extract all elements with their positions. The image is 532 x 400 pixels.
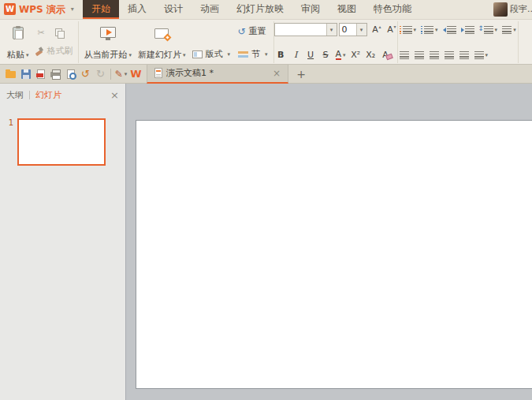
subscript-button[interactable]: X₂ xyxy=(364,48,378,62)
tab-design[interactable]: 设计 xyxy=(155,0,192,19)
columns-button[interactable] xyxy=(473,48,490,62)
layout-button[interactable]: 版式 xyxy=(189,47,234,61)
slide-page[interactable] xyxy=(136,120,532,389)
close-document-tab-icon[interactable]: × xyxy=(273,69,281,78)
justify-button[interactable] xyxy=(443,48,456,62)
bold-button[interactable]: B xyxy=(274,48,288,62)
titlebar-spacer xyxy=(420,0,493,19)
editing-canvas[interactable] xyxy=(126,84,532,400)
print-preview-icon xyxy=(67,69,75,79)
paragraph-group xyxy=(398,21,519,63)
italic-button[interactable]: I xyxy=(289,48,303,62)
slide-list: 1 xyxy=(0,106,125,166)
undo-icon: ↺ xyxy=(81,68,90,80)
decrease-indent-icon xyxy=(447,26,456,34)
clear-format-button[interactable]: A xyxy=(379,48,392,62)
wps-logo-icon[interactable]: W xyxy=(4,3,16,15)
font-size-caret-icon[interactable]: ▾ xyxy=(356,24,366,36)
tab-slideshow[interactable]: 幻灯片放映 xyxy=(228,0,292,19)
undo-button[interactable]: ↺ xyxy=(78,66,93,82)
from-current-slide-button[interactable]: 从当前开始 xyxy=(81,22,136,62)
tab-slides[interactable]: 幻灯片 xyxy=(35,89,61,101)
open-file-button[interactable] xyxy=(3,66,18,82)
reset-label: 重置 xyxy=(249,25,266,37)
decrease-font-size-button[interactable]: A xyxy=(384,23,397,36)
align-left-icon xyxy=(400,51,409,59)
line-spacing-button[interactable] xyxy=(478,23,500,36)
font-name-select[interactable]: ▾ xyxy=(274,23,337,36)
underline-button[interactable]: U xyxy=(304,48,318,62)
export-pdf-button[interactable] xyxy=(33,66,48,82)
wps-logo-letter: W xyxy=(6,5,14,13)
ink-annotation-button[interactable]: ✎ xyxy=(113,66,128,82)
section-button[interactable]: 节 xyxy=(235,47,271,61)
paste-icon xyxy=(13,27,24,39)
cut-button[interactable]: ✂ xyxy=(35,27,47,39)
print-preview-button[interactable] xyxy=(63,66,78,82)
slide-thumbnail-item[interactable]: 1 xyxy=(0,118,125,166)
print-button[interactable] xyxy=(48,66,63,82)
new-document-tab-button[interactable]: + xyxy=(295,68,307,80)
reset-button[interactable]: ↺ 重置 xyxy=(235,24,270,38)
text-direction-button[interactable] xyxy=(500,23,518,36)
strikethrough-button[interactable]: S xyxy=(319,48,333,62)
print-icon xyxy=(50,72,61,77)
user-avatar[interactable] xyxy=(493,2,508,17)
close-panel-icon[interactable]: × xyxy=(110,90,119,100)
paste-button[interactable]: 粘贴 xyxy=(4,22,32,62)
paste-label: 粘贴 xyxy=(7,49,24,61)
tab-special-features[interactable]: 特色功能 xyxy=(365,0,420,19)
increase-indent-icon xyxy=(465,26,474,34)
format-painter-label: 格式刷 xyxy=(47,45,73,57)
ribbon: 粘贴 ✂ 格式刷 从当前开始 新建幻灯片 ↺ 重置 xyxy=(0,19,532,65)
font-name-caret-icon[interactable]: ▾ xyxy=(326,24,337,36)
tab-view[interactable]: 视图 xyxy=(329,0,365,19)
ribbon-tab-strip: 开始 插入 设计 动画 幻灯片放映 审阅 视图 特色功能 xyxy=(83,0,420,19)
titlebar: W WPS 演示 ▾ 开始 插入 设计 动画 幻灯片放映 审阅 视图 特色功能 … xyxy=(0,0,532,19)
tab-animation[interactable]: 动画 xyxy=(192,0,228,19)
format-painter-button[interactable]: 格式刷 xyxy=(32,44,76,58)
app-name: WPS 演示 xyxy=(19,0,65,19)
increase-indent-button[interactable] xyxy=(459,23,476,36)
save-button[interactable] xyxy=(18,66,33,82)
section-label: 节 xyxy=(251,48,260,60)
align-right-button[interactable] xyxy=(428,48,441,62)
redo-icon: ↻ xyxy=(96,68,105,80)
superscript-button[interactable]: X² xyxy=(349,48,363,62)
document-tab-title: 演示文稿1 * xyxy=(166,67,214,79)
align-center-button[interactable] xyxy=(413,48,426,62)
toolbar-separator xyxy=(110,69,111,80)
app-menu-caret-icon[interactable]: ▾ xyxy=(65,0,80,19)
tab-outline[interactable]: 大纲 xyxy=(6,89,24,101)
tab-home[interactable]: 开始 xyxy=(83,0,119,19)
play-from-current-icon xyxy=(100,27,116,38)
redo-button[interactable]: ↻ xyxy=(93,66,108,82)
bullet-list-button[interactable] xyxy=(398,23,419,36)
new-slide-icon xyxy=(154,28,169,39)
bullet-list-icon xyxy=(403,26,412,34)
font-color-icon: A xyxy=(336,50,342,60)
decrease-indent-button[interactable] xyxy=(441,23,458,36)
increase-font-size-button[interactable]: A xyxy=(369,23,382,36)
distribute-text-button[interactable] xyxy=(458,48,471,62)
columns-icon xyxy=(474,51,484,59)
document-tab[interactable]: 演示文稿1 * × xyxy=(147,65,288,84)
layout-icon xyxy=(192,50,203,58)
slide-thumbnail[interactable] xyxy=(17,118,106,166)
font-group: ▾ 0 ▾ A A B I U S A X² X₂ A xyxy=(274,21,398,63)
font-color-button[interactable]: A xyxy=(334,48,348,62)
slides-group: 从当前开始 新建幻灯片 ↺ 重置 版式 节 xyxy=(79,21,274,63)
format-painter-icon xyxy=(35,47,44,56)
wps-home-button[interactable]: W xyxy=(128,66,143,82)
user-name[interactable]: 段宇... xyxy=(510,0,532,19)
copy-button[interactable] xyxy=(53,27,66,39)
align-left-button[interactable] xyxy=(398,48,411,62)
new-slide-button[interactable]: 新建幻灯片 xyxy=(135,22,189,62)
font-size-select[interactable]: 0 ▾ xyxy=(339,23,367,36)
tab-review[interactable]: 审阅 xyxy=(292,0,329,19)
distribute-text-icon xyxy=(459,51,469,59)
tab-insert[interactable]: 插入 xyxy=(119,0,155,19)
numbered-list-button[interactable] xyxy=(419,23,440,36)
wps-w-icon: W xyxy=(130,68,141,80)
layout-label: 版式 xyxy=(206,48,223,60)
